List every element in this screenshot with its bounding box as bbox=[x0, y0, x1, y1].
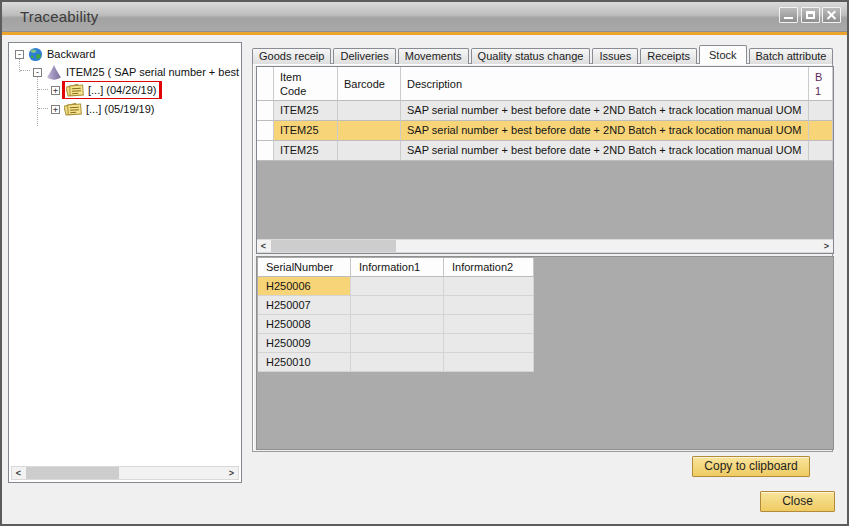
tree-node-item25[interactable]: - ITEM25 ( SAP serial number + best bbox=[9, 63, 241, 81]
serial-table-row-selected[interactable]: H250006 bbox=[258, 277, 534, 296]
tree-node-batch-0426[interactable]: + [...] (04/26/19) bbox=[9, 81, 241, 99]
description-cell[interactable]: SAP serial number + best before date + 2… bbox=[401, 141, 809, 161]
information2-cell[interactable] bbox=[444, 277, 534, 296]
b1-cell[interactable] bbox=[809, 101, 833, 121]
scroll-right-icon[interactable]: > bbox=[225, 467, 238, 479]
column-header-serialnumber[interactable]: SerialNumber bbox=[258, 258, 351, 277]
tree-node-label[interactable]: [...] (05/19/19) bbox=[86, 103, 154, 115]
tab-deliveries[interactable]: Deliveries bbox=[333, 48, 395, 64]
globe-icon bbox=[28, 47, 43, 62]
b1-cell[interactable] bbox=[809, 121, 833, 141]
tree-node-label[interactable]: Backward bbox=[47, 48, 95, 60]
tab-issues[interactable]: Issues bbox=[592, 48, 638, 64]
information1-cell[interactable] bbox=[351, 277, 444, 296]
b1-cell[interactable] bbox=[809, 141, 833, 161]
tab-stock[interactable]: Stock bbox=[699, 45, 747, 64]
tab-batch-attribute[interactable]: Batch attribute bbox=[749, 48, 834, 64]
tree-node-label[interactable]: ITEM25 ( SAP serial number + best bbox=[66, 66, 239, 78]
information1-cell[interactable] bbox=[351, 315, 444, 334]
barcode-cell[interactable] bbox=[338, 121, 401, 141]
barcode-cell[interactable] bbox=[338, 141, 401, 161]
collapse-icon[interactable]: - bbox=[33, 68, 42, 77]
column-header-b1[interactable]: B 1 bbox=[809, 67, 833, 101]
stock-table-header: Item Code Barcode Description B 1 bbox=[257, 67, 833, 101]
tree-node-label[interactable]: [...] (04/26/19) bbox=[88, 84, 156, 96]
scrollbar-thumb[interactable] bbox=[271, 240, 396, 252]
gold-accent-bar bbox=[2, 32, 847, 35]
notes-icon bbox=[66, 83, 84, 97]
information1-cell[interactable] bbox=[351, 353, 444, 372]
item-code-cell[interactable]: ITEM25 bbox=[274, 101, 338, 121]
tab-movements[interactable]: Movements bbox=[398, 48, 469, 64]
column-header-information2[interactable]: Information2 bbox=[444, 258, 534, 277]
information1-cell[interactable] bbox=[351, 296, 444, 315]
barcode-cell[interactable] bbox=[338, 101, 401, 121]
notes-icon bbox=[64, 102, 82, 116]
tree-node-batch-0519[interactable]: + [...] (05/19/19) bbox=[9, 100, 241, 118]
scroll-right-icon[interactable]: > bbox=[820, 240, 833, 252]
close-button[interactable]: Close bbox=[760, 491, 835, 512]
tree-horizontal-scrollbar[interactable]: < > bbox=[11, 466, 239, 480]
column-header-item-code[interactable]: Item Code bbox=[274, 67, 338, 101]
serial-number-panel: SerialNumber Information1 Information2 H… bbox=[256, 256, 834, 450]
expand-icon[interactable]: + bbox=[51, 86, 60, 95]
stock-table-row[interactable]: ITEM25 SAP serial number + best before d… bbox=[257, 141, 833, 161]
grid-empty-area bbox=[257, 161, 833, 237]
window-title: Traceability bbox=[20, 2, 99, 31]
scrollbar-thumb[interactable] bbox=[26, 467, 119, 479]
collapse-icon[interactable]: - bbox=[15, 50, 24, 59]
traceability-window: Traceability - Backward bbox=[0, 0, 849, 526]
tree-node-backward[interactable]: - Backward bbox=[9, 45, 241, 63]
copy-to-clipboard-button[interactable]: Copy to clipboard bbox=[692, 456, 810, 477]
header-line: Code bbox=[280, 84, 337, 98]
tab-strip: Goods receip Deliveries Movements Qualit… bbox=[252, 45, 835, 64]
tab-receipts[interactable]: Receipts bbox=[640, 48, 697, 64]
item-code-cell[interactable]: ITEM25 bbox=[274, 121, 338, 141]
description-cell[interactable]: SAP serial number + best before date + 2… bbox=[401, 121, 809, 141]
serial-table-row[interactable]: H250007 bbox=[258, 296, 534, 315]
close-window-button[interactable] bbox=[822, 7, 841, 23]
column-header-barcode[interactable]: Barcode bbox=[338, 67, 401, 101]
column-header-description[interactable]: Description bbox=[401, 67, 809, 101]
tab-quality-status-change[interactable]: Quality status change bbox=[471, 48, 591, 64]
minimize-icon bbox=[784, 17, 793, 19]
serial-cell[interactable]: H250006 bbox=[258, 277, 351, 296]
information2-cell[interactable] bbox=[444, 315, 534, 334]
stock-table-row[interactable]: ITEM25 SAP serial number + best before d… bbox=[257, 101, 833, 121]
header-line: B bbox=[815, 70, 832, 84]
header-gutter-cell bbox=[257, 67, 274, 101]
tab-goods-receipt[interactable]: Goods receip bbox=[252, 48, 331, 64]
information2-cell[interactable] bbox=[444, 353, 534, 372]
information2-cell[interactable] bbox=[444, 296, 534, 315]
information2-cell[interactable] bbox=[444, 334, 534, 353]
scroll-left-icon[interactable]: < bbox=[257, 240, 270, 252]
scroll-left-icon[interactable]: < bbox=[12, 467, 25, 479]
row-gutter-cell[interactable] bbox=[257, 141, 274, 161]
serial-table-row[interactable]: H250008 bbox=[258, 315, 534, 334]
information1-cell[interactable] bbox=[351, 334, 444, 353]
serial-cell[interactable]: H250008 bbox=[258, 315, 351, 334]
minimize-button[interactable] bbox=[779, 7, 798, 23]
row-gutter-cell[interactable] bbox=[257, 121, 274, 141]
stock-table-row-selected[interactable]: ITEM25 SAP serial number + best before d… bbox=[257, 121, 833, 141]
header-line: Item bbox=[280, 70, 337, 84]
description-cell[interactable]: SAP serial number + best before date + 2… bbox=[401, 101, 809, 121]
item-code-cell[interactable]: ITEM25 bbox=[274, 141, 338, 161]
serial-table-row[interactable]: H250010 bbox=[258, 353, 534, 372]
serial-cell[interactable]: H250010 bbox=[258, 353, 351, 372]
row-gutter-cell[interactable] bbox=[257, 101, 274, 121]
title-bar[interactable]: Traceability bbox=[2, 2, 847, 32]
highlight-box: [...] (04/26/19) bbox=[62, 81, 162, 99]
serial-cell[interactable]: H250007 bbox=[258, 296, 351, 315]
cone-icon bbox=[46, 65, 62, 80]
serial-cell[interactable]: H250009 bbox=[258, 334, 351, 353]
header-line: 1 bbox=[815, 84, 832, 98]
stock-table-horizontal-scrollbar[interactable]: < > bbox=[257, 239, 833, 253]
column-header-information1[interactable]: Information1 bbox=[351, 258, 444, 277]
serial-table-row[interactable]: H250009 bbox=[258, 334, 534, 353]
maximize-button[interactable] bbox=[801, 7, 820, 23]
tree-panel: - Backward - ITEM25 ( SAP serial num bbox=[8, 42, 242, 483]
stock-table: Item Code Barcode Description B 1 ITEM25… bbox=[256, 66, 834, 254]
expand-icon[interactable]: + bbox=[51, 105, 60, 114]
serial-table-header: SerialNumber Information1 Information2 bbox=[258, 258, 534, 277]
